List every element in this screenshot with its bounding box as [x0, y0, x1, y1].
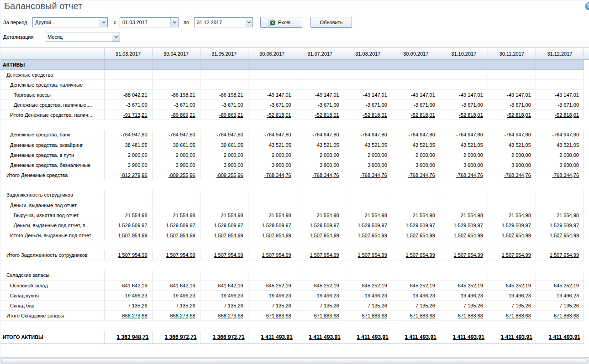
cell: 7 135,26: [104, 301, 152, 311]
cell: 1 529 509,97: [152, 220, 200, 230]
cell: 2 000,00: [536, 150, 584, 160]
cell: 645 252,19: [440, 281, 488, 291]
cell: [152, 180, 200, 190]
table-row[interactable]: Итого Складские запасы668 273,68668 273,…: [0, 311, 584, 321]
table-row[interactable]: Склад кухня19 496,2319 496,2319 496,2319…: [0, 291, 584, 301]
cell: 671 883,68: [536, 311, 584, 321]
cell: 645 252,19: [536, 281, 584, 291]
help-icon[interactable]: ?: [585, 2, 589, 10]
row-label: [0, 321, 104, 331]
row-label: Итого Складские запасы: [0, 311, 104, 321]
horizontal-scrollbar[interactable]: [0, 357, 589, 364]
table-row[interactable]: Денежные средства, в пути2 000,002 000,0…: [0, 150, 584, 160]
cell: -3 671,00: [392, 100, 440, 110]
cell: [488, 240, 536, 250]
cell: 7 135,26: [392, 301, 440, 311]
cell: [296, 240, 344, 250]
cell: [296, 260, 344, 270]
detail-select[interactable]: Месяц: [45, 32, 120, 42]
cell: 1 507 954,99: [440, 250, 488, 260]
cell: 1 507 954,99: [392, 250, 440, 260]
row-label: Деньги, выданные под отчет: [0, 200, 104, 210]
row-label: Итого Задолженность сотрудников: [0, 250, 104, 260]
column-header: 31.03.2017: [104, 48, 152, 60]
cell: 19 496,23: [344, 291, 392, 301]
cell: [200, 321, 248, 331]
period-select[interactable]: Другой...: [32, 17, 108, 27]
cell: [488, 70, 536, 80]
cell: [488, 180, 536, 190]
cell: -764 947,80: [152, 130, 200, 140]
cell: -21 554,98: [152, 210, 200, 220]
table-row[interactable]: Основной склад641 642,19641 642,19641 64…: [0, 281, 584, 291]
table-row[interactable]: Денежные средства: [0, 70, 584, 80]
cell: 43 521,05: [344, 140, 392, 150]
cell: 1 507 954,99: [488, 230, 536, 240]
table-row[interactable]: АКТИВЫ: [0, 60, 584, 70]
row-label: Склад кухня: [0, 291, 104, 301]
cell: 19 496,23: [200, 291, 248, 301]
cell: [488, 260, 536, 270]
table-row[interactable]: Итого Денежные средства-812 279,96-809 2…: [0, 170, 584, 180]
table-row[interactable]: Торговые кассы-88 042,21-86 198,21-86 19…: [0, 90, 584, 100]
column-header: 31.05.2017: [200, 48, 248, 60]
cell: 19 496,23: [392, 291, 440, 301]
table-row[interactable]: Складские запасы: [0, 270, 584, 281]
cell: -768 344,76: [248, 170, 296, 180]
cell: 3 900,00: [536, 160, 584, 170]
cell: [248, 80, 296, 90]
table-row: [0, 260, 584, 270]
cell: [440, 190, 488, 200]
cell: -49 147,01: [536, 90, 584, 100]
to-date-select[interactable]: 31.12.2017: [194, 17, 253, 27]
cell: 1 411 493,91: [536, 331, 584, 344]
table-row[interactable]: Выручка, изъятая под отчет-21 554,98-21 …: [0, 210, 584, 220]
scrollbar-thumb[interactable]: [1, 359, 588, 364]
table-row[interactable]: Денежные средства, безналичные3 900,003 …: [0, 160, 584, 170]
cell: 1 529 509,97: [344, 220, 392, 230]
cell: [200, 270, 248, 281]
table-row[interactable]: Денежные средства, наличные,...-3 671,00…: [0, 100, 584, 110]
row-label: Денежные средства, в пути: [0, 150, 104, 160]
cell: -764 947,80: [200, 130, 248, 140]
cell: -21 554,98: [200, 210, 248, 220]
cell: -89 869,21: [152, 110, 200, 120]
cell: 1 507 954,99: [344, 230, 392, 240]
excel-button[interactable]: X Excel...: [260, 17, 302, 28]
cell: 1 529 509,97: [392, 220, 440, 230]
cell: [392, 180, 440, 190]
table-row[interactable]: Итого Задолженность сотрудников1 507 954…: [0, 250, 584, 260]
table-row[interactable]: Денежные средства, наличные: [0, 80, 584, 90]
cell: 1 507 954,99: [344, 250, 392, 260]
cell: -768 344,76: [440, 170, 488, 180]
cell: -768 344,76: [536, 170, 584, 180]
table-row[interactable]: Задолженность сотрудников: [0, 190, 584, 200]
table-row[interactable]: Денежные средства, банк-764 947,80-764 9…: [0, 130, 584, 140]
table-row[interactable]: Итого Деньги, выданные под отчет1 507 95…: [0, 230, 584, 240]
from-date-select[interactable]: 01.03.2017: [120, 17, 179, 27]
cell: -809 255,96: [152, 170, 200, 180]
cell: 2 000,00: [248, 150, 296, 160]
cell: 1 507 954,99: [536, 250, 584, 260]
cell: 1 411 493,91: [248, 331, 296, 344]
cell: [536, 240, 584, 250]
cell: [440, 120, 488, 130]
table-row[interactable]: Деньги, выданные под отчет, п...1 529 50…: [0, 220, 584, 230]
cell: [536, 270, 584, 281]
cell: [104, 190, 152, 200]
cell: [392, 70, 440, 80]
cell: 39 661,05: [200, 140, 248, 150]
table-row[interactable]: Итого Денежные средства, налич...-91 713…: [0, 110, 584, 120]
refresh-button[interactable]: Обновить: [310, 17, 352, 28]
table-row[interactable]: Денежные средства, эквайринг38 481,0539 …: [0, 140, 584, 150]
cell: -52 818,01: [296, 110, 344, 120]
cell: [392, 120, 440, 130]
cell: -88 042,21: [104, 90, 152, 100]
row-label: Складские запасы: [0, 270, 104, 281]
table-row: [0, 321, 584, 331]
table-row[interactable]: ИТОГО АКТИВЫ1 363 948,711 366 972,711 36…: [0, 331, 584, 344]
table-row[interactable]: Склад бар7 135,267 135,267 135,267 135,2…: [0, 301, 584, 311]
svg-text:X: X: [271, 20, 274, 25]
cell: 7 135,26: [248, 301, 296, 311]
table-row[interactable]: Деньги, выданные под отчет: [0, 200, 584, 210]
